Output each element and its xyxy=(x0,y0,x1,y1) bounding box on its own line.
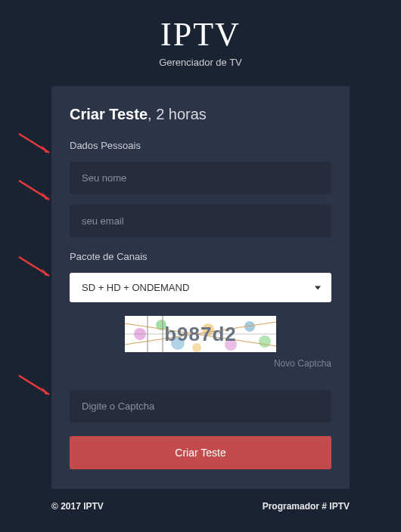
footer: © 2017 IPTV Programador # IPTV xyxy=(51,501,350,512)
header: IPTV Gerenciador de TV xyxy=(0,0,401,68)
captcha-refresh-link[interactable]: Novo Captcha xyxy=(70,358,331,369)
svg-line-4 xyxy=(19,257,49,276)
svg-marker-5 xyxy=(40,268,49,276)
submit-button[interactable]: Criar Teste xyxy=(70,436,331,469)
footer-credit: Programador # IPTV xyxy=(263,501,350,512)
title-bold: Criar Teste xyxy=(70,106,148,122)
form-card: Criar Teste, 2 horas Dados Pessoais Paco… xyxy=(51,86,350,489)
subtitle: Gerenciador de TV xyxy=(0,57,401,68)
title-rest: , 2 horas xyxy=(148,106,207,122)
footer-copyright: © 2017 IPTV xyxy=(51,501,104,512)
section-package-label: Pacote de Canais xyxy=(70,251,331,262)
section-personal-label: Dados Pessoais xyxy=(70,140,331,151)
svg-marker-3 xyxy=(40,192,49,200)
svg-line-2 xyxy=(19,181,49,200)
captcha-image: b987d2 xyxy=(125,316,276,352)
logo: IPTV xyxy=(0,15,401,54)
package-select-wrap[interactable]: SD + HD + ONDEMAND xyxy=(70,273,331,302)
package-select[interactable]: SD + HD + ONDEMAND xyxy=(70,273,331,302)
svg-marker-7 xyxy=(40,387,49,394)
captcha-input[interactable] xyxy=(70,390,331,422)
svg-point-14 xyxy=(259,336,271,348)
captcha-text: b987d2 xyxy=(164,323,237,346)
captcha-image-box: b987d2 xyxy=(70,316,331,352)
svg-line-6 xyxy=(19,376,49,394)
name-input[interactable] xyxy=(70,162,331,194)
svg-marker-1 xyxy=(40,145,49,153)
svg-line-0 xyxy=(19,134,49,153)
email-input[interactable] xyxy=(70,205,331,237)
card-title: Criar Teste, 2 horas xyxy=(70,106,331,123)
